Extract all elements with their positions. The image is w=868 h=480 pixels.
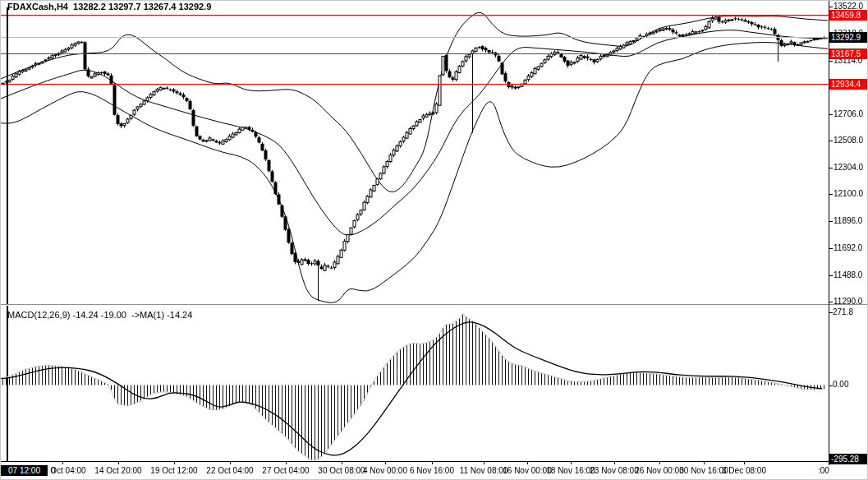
time-axis-label: 30 Oct 08:00 <box>318 466 365 476</box>
selected-time-box: 07 12:00 <box>1 465 48 476</box>
price-tick-label: 12508.0 <box>834 136 863 145</box>
time-axis-label: 22 Oct 04:00 <box>206 466 253 476</box>
level-price-box: 13459.8 <box>829 10 868 21</box>
time-axis-label: 27 Oct 04:00 <box>262 466 309 476</box>
level-price-box: 13167.5 <box>829 48 868 59</box>
time-axis-label: 19 Oct 12:00 <box>150 466 197 476</box>
symbol-ohlc-title: FDAXCash,H4 13282.2 13297.7 13267.4 1329… <box>7 2 211 12</box>
bid-price-box: 13292.9 <box>829 32 868 43</box>
time-axis-label: 23 Nov 08:00 <box>590 466 639 476</box>
time-axis-label: 16 Nov 00:00 <box>503 466 552 476</box>
macd-axis-max-label: 271.8 <box>833 307 853 317</box>
chart-canvas[interactable] <box>1 1 868 480</box>
price-tick-label: 12304.0 <box>834 163 863 173</box>
time-axis-label: 14 Oct 20:00 <box>94 466 141 476</box>
time-label-fragment: 0 <box>51 466 56 476</box>
time-axis-label: 11 Nov 08:00 <box>460 466 508 476</box>
price-tick-label: 11488.0 <box>834 270 862 280</box>
time-axis-label: 18 Nov 16:00 <box>546 466 595 476</box>
chart-window: FDAXCash,H4 13282.2 13297.7 13267.4 1329… <box>0 0 868 480</box>
level-price-box: 12934.4 <box>829 79 868 90</box>
price-tick-label: 12706.0 <box>834 109 863 119</box>
time-axis-label: 30 Nov 16:00 <box>679 466 728 476</box>
price-tick-label: 11290.0 <box>834 297 862 307</box>
price-tick-label: 11692.0 <box>834 243 862 253</box>
time-axis-label: 6 Nov 16:00 <box>410 466 454 476</box>
time-axis-label: 3 Dec 08:00 <box>722 466 766 476</box>
time-label-right-fragment: :00 <box>818 466 829 476</box>
time-axis-label: 26 Nov 00:00 <box>635 466 684 476</box>
macd-axis-zero-label: 0.00 <box>833 380 848 390</box>
time-axis-label: 4 Nov 00:00 <box>363 466 407 476</box>
macd-indicator-label: MACD(12,26,9) -14.24 -19.00 ->MA(1) -14.… <box>7 310 192 320</box>
price-tick-label: 11896.0 <box>834 216 862 226</box>
macd-min-box: -295.28 <box>829 454 868 464</box>
price-tick-label: 12100.0 <box>834 189 863 199</box>
